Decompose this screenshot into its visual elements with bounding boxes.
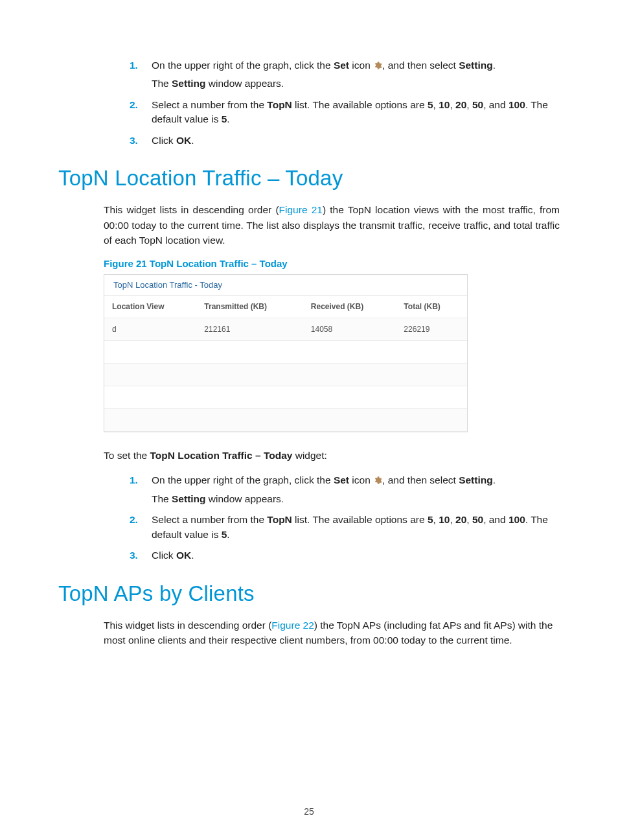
text: . (191, 135, 194, 146)
text: . (227, 113, 229, 124)
text: The (152, 493, 172, 504)
cell-location (104, 364, 196, 386)
bold: Setting (172, 78, 206, 89)
text: icon (349, 474, 373, 485)
bold: 100 (509, 514, 525, 525)
step-number: 2. (130, 513, 152, 542)
bold: 10 (439, 99, 450, 110)
cell-location: d (104, 318, 196, 341)
bold: 100 (509, 99, 525, 110)
cell-received (303, 409, 396, 432)
step-number: 3. (130, 134, 152, 148)
step-text: On the upper right of the graph, click t… (152, 58, 560, 91)
section2-intro-para: This widget lists in descending order (F… (58, 618, 560, 648)
text: icon (349, 60, 373, 71)
cell-transmitted (196, 409, 303, 432)
figure-21-caption: Figure 21 TopN Location Traffic – Today (58, 258, 560, 269)
cell-transmitted (196, 341, 303, 364)
text: , (450, 514, 455, 525)
topn-traffic-table: Location View Transmitted (KB) Received … (104, 296, 467, 432)
bold: OK (176, 550, 191, 561)
text: , and then select (382, 474, 459, 485)
table-row (104, 341, 467, 364)
cell-transmitted: 212161 (196, 318, 303, 341)
text: . (493, 60, 496, 71)
bold: 5 (428, 99, 433, 110)
col-total: Total (KB) (396, 296, 467, 318)
cell-location (104, 386, 196, 409)
table-row (104, 409, 467, 432)
step-subtext: The Setting window appears. (152, 76, 560, 91)
cell-received (303, 386, 396, 409)
table-row: d 212161 14058 226219 (104, 318, 467, 341)
text: list. The available options are (292, 99, 428, 110)
table-row (104, 386, 467, 409)
cell-total: 226219 (396, 318, 467, 341)
step-text: Click OK. (152, 134, 560, 148)
figure-21-link[interactable]: Figure 21 (279, 204, 323, 215)
cell-total (396, 341, 467, 364)
text: Click (152, 550, 176, 561)
col-received: Received (KB) (303, 296, 396, 318)
gear-icon (373, 474, 382, 484)
table-row (104, 364, 467, 386)
text: , (466, 514, 472, 525)
text: , (433, 514, 439, 525)
text: window appears. (206, 493, 284, 504)
col-location-view: Location View (104, 296, 196, 318)
cell-received (303, 364, 396, 386)
step-2: 2. Select a number from the TopN list. T… (130, 98, 560, 127)
heading-topn-location-traffic: TopN Location Traffic – Today (58, 166, 560, 191)
bold: TopN Location Traffic – Today (150, 450, 293, 461)
text: , (466, 99, 472, 110)
step-text: Select a number from the TopN list. The … (152, 513, 560, 542)
cell-location (104, 341, 196, 364)
bold: Setting (459, 474, 493, 485)
col-transmitted: Transmitted (KB) (196, 296, 303, 318)
step-number: 1. (130, 58, 152, 91)
cell-total (396, 386, 467, 409)
step-number: 1. (130, 473, 152, 506)
cell-total (396, 364, 467, 386)
bold: Setting (459, 60, 493, 71)
cell-transmitted (196, 386, 303, 409)
text: widget: (292, 450, 326, 461)
cell-received: 14058 (303, 318, 396, 341)
text: This widget lists in descending order ( (104, 204, 279, 215)
text: window appears. (206, 78, 284, 89)
text: , (433, 99, 439, 110)
text: , and (483, 99, 509, 110)
bold: 20 (455, 99, 466, 110)
bold: 5 (428, 514, 433, 525)
ordered-steps-a: 1. On the upper right of the graph, clic… (58, 58, 560, 148)
text: Select a number from the (152, 99, 267, 110)
bold: 20 (455, 514, 466, 525)
text: . (191, 550, 194, 561)
section1-to-set: To set the TopN Location Traffic – Today… (58, 448, 560, 463)
text: This widget lists in descending order ( (104, 620, 271, 631)
bold: 50 (472, 514, 483, 525)
step-2: 2. Select a number from the TopN list. T… (130, 513, 560, 542)
text: , and then select (382, 60, 459, 71)
step-text: Click OK. (152, 548, 560, 563)
page-number: 25 (0, 806, 618, 817)
bold: 50 (472, 99, 483, 110)
bold: TopN (267, 99, 292, 110)
step-3: 3. Click OK. (130, 134, 560, 148)
bold: Setting (172, 493, 206, 504)
bold: Set (334, 60, 349, 71)
step-1: 1. On the upper right of the graph, clic… (130, 58, 560, 91)
step-text: On the upper right of the graph, click t… (152, 473, 560, 506)
bold: OK (176, 135, 191, 146)
text: , and (483, 514, 509, 525)
bold: 10 (439, 514, 450, 525)
text: list. The available options are (292, 514, 428, 525)
cell-total (396, 409, 467, 432)
text: , (450, 99, 455, 110)
step-1: 1. On the upper right of the graph, clic… (130, 473, 560, 506)
cell-location (104, 409, 196, 432)
figure-22-link[interactable]: Figure 22 (271, 620, 314, 631)
step-subtext: The Setting window appears. (152, 492, 560, 506)
ordered-steps-b: 1. On the upper right of the graph, clic… (58, 473, 560, 563)
text: On the upper right of the graph, click t… (152, 60, 334, 71)
